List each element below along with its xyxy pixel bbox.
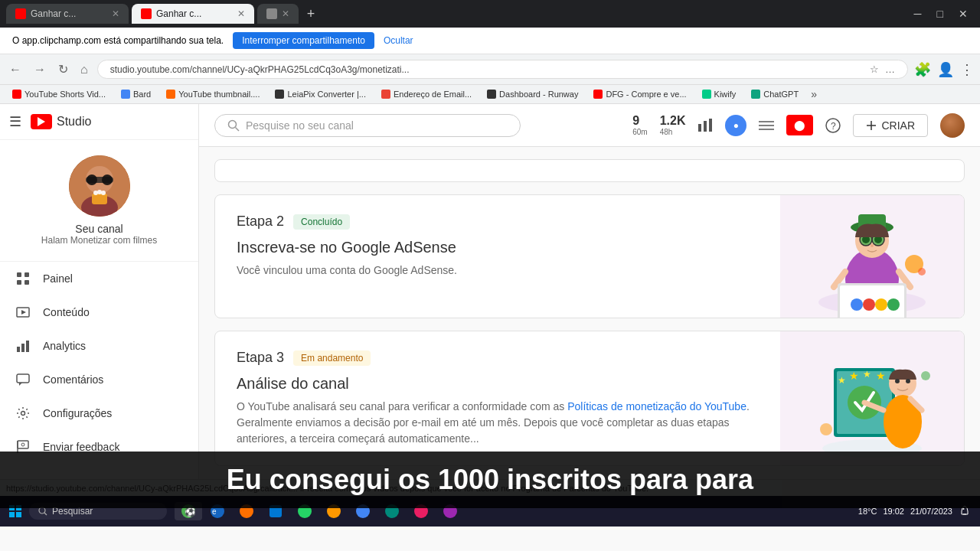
create-button[interactable]: CRIAR bbox=[853, 114, 928, 137]
bookmark-icon bbox=[166, 90, 175, 99]
svg-point-56 bbox=[875, 298, 887, 311]
home-button[interactable]: ⌂ bbox=[77, 60, 91, 80]
svg-point-75 bbox=[820, 423, 832, 435]
stat2-number: 1.2K bbox=[660, 114, 686, 128]
svg-text:★: ★ bbox=[863, 369, 871, 380]
chart-icon bbox=[697, 118, 713, 133]
extensions-icon[interactable]: 🧩 bbox=[914, 61, 931, 78]
svg-text:e: e bbox=[212, 507, 217, 516]
svg-point-21 bbox=[21, 412, 25, 416]
card3-step: Etapa 3 bbox=[237, 350, 284, 366]
bookmark-item[interactable]: Dashboard - Runway bbox=[481, 88, 584, 100]
tab-close-2[interactable]: ✕ bbox=[237, 8, 245, 19]
comment-icon bbox=[15, 372, 31, 387]
card2-step: Etapa 2 bbox=[237, 214, 284, 230]
toolbar-right: 🧩 👤 ⋮ bbox=[914, 61, 974, 78]
svg-point-96 bbox=[963, 508, 965, 510]
bookmarks-more[interactable]: » bbox=[811, 88, 817, 100]
cards-container: Etapa 2 Concluído Inscreva-se no Google … bbox=[199, 182, 980, 479]
record-button[interactable]: ⬤ bbox=[786, 115, 813, 135]
youtube-logo-icon bbox=[31, 114, 52, 129]
create-label: CRIAR bbox=[881, 119, 915, 132]
sidebar-item-configuracoes[interactable]: Configurações bbox=[0, 396, 198, 430]
play-square-icon bbox=[15, 305, 31, 320]
studio-search-bar[interactable]: Pesquise no seu canal bbox=[214, 114, 521, 137]
sidebar-item-analytics[interactable]: Analytics bbox=[0, 329, 198, 363]
svg-point-57 bbox=[887, 298, 900, 311]
search-placeholder: Pesquise no seu canal bbox=[246, 119, 354, 132]
topbar-right: 9 60m 1.2K 48h ● bbox=[632, 113, 965, 138]
user-avatar[interactable] bbox=[940, 113, 965, 138]
bookmark-icon bbox=[751, 90, 760, 99]
browser-tab-2[interactable]: Ganhar c... ✕ bbox=[132, 4, 254, 24]
tab-favicon-2 bbox=[141, 8, 152, 19]
menu-icon[interactable]: ⋮ bbox=[960, 61, 974, 78]
tab-favicon-3 bbox=[266, 8, 277, 19]
svg-rect-22 bbox=[18, 441, 28, 448]
svg-rect-17 bbox=[21, 344, 24, 352]
main-content: Pesquise no seu canal 9 60m 1.2K 48h bbox=[199, 104, 980, 479]
hamburger-menu[interactable]: ☰ bbox=[9, 113, 21, 130]
stat-box-2: 1.2K 48h bbox=[660, 114, 686, 136]
forward-button[interactable]: → bbox=[31, 60, 49, 80]
sidebar-item-comentarios[interactable]: Comentários bbox=[0, 363, 198, 396]
bookmark-item[interactable]: Kiwify bbox=[696, 88, 743, 100]
stop-sharing-button[interactable]: Interromper compartilhamento bbox=[233, 32, 374, 49]
card3-link[interactable]: Políticas de monetização do YouTube bbox=[567, 400, 746, 412]
help-icon[interactable]: ? bbox=[825, 118, 841, 133]
grid-icon bbox=[15, 271, 31, 286]
svg-rect-80 bbox=[16, 512, 21, 517]
sidebar-header: ☰ Studio bbox=[0, 104, 198, 140]
reload-button[interactable]: ↻ bbox=[55, 59, 71, 80]
svg-rect-28 bbox=[704, 121, 707, 132]
bookmark-item[interactable]: Bard bbox=[115, 88, 157, 100]
card3-header: Etapa 3 Em andamento bbox=[237, 350, 759, 366]
stat-box-1: 9 60m bbox=[632, 114, 647, 136]
bookmark-item[interactable]: DFG - Compre e ve... bbox=[587, 88, 692, 100]
card2-content: Etapa 2 Concluído Inscreva-se no Google … bbox=[215, 195, 780, 318]
url-icons: ☆… bbox=[870, 64, 895, 75]
bookmark-icon bbox=[487, 90, 496, 99]
svg-rect-13 bbox=[24, 280, 29, 285]
bookmark-icon bbox=[702, 90, 711, 99]
hide-sharing-button[interactable]: Ocultar bbox=[384, 35, 413, 46]
tab-close-1[interactable]: ✕ bbox=[112, 8, 119, 19]
caption-bar: Eu consegui os 1000 inscritos para para bbox=[0, 452, 980, 508]
minimize-button[interactable]: ─ bbox=[908, 6, 928, 21]
nav-label-configuracoes: Configurações bbox=[43, 407, 112, 419]
bookmark-item[interactable]: ChatGPT bbox=[745, 88, 805, 100]
bookmark-item[interactable]: YouTube thumbnail.... bbox=[160, 88, 266, 100]
browser-tab-1[interactable]: Ganhar c... ✕ bbox=[6, 4, 129, 24]
svg-rect-11 bbox=[24, 272, 29, 277]
tab-close-3[interactable]: ✕ bbox=[282, 8, 289, 19]
card-step2: Etapa 2 Concluído Inscreva-se no Google … bbox=[214, 194, 965, 318]
svg-text:?: ? bbox=[831, 121, 836, 132]
back-button[interactable]: ← bbox=[6, 60, 24, 80]
stat1-number: 9 bbox=[632, 114, 647, 128]
svg-point-9 bbox=[101, 191, 106, 195]
browser-tab-3[interactable]: ✕ bbox=[257, 4, 299, 24]
maximize-button[interactable]: □ bbox=[931, 6, 949, 21]
svg-text:★: ★ bbox=[838, 375, 846, 386]
card2-badge: Concluído bbox=[293, 214, 350, 230]
bookmark-item[interactable]: LeiaPix Converter |... bbox=[269, 88, 372, 100]
sidebar-item-painel[interactable]: Painel bbox=[0, 262, 198, 295]
card2-header: Etapa 2 Concluído bbox=[237, 214, 759, 230]
url-bar[interactable]: studio.youtube.com/channel/UCy-aQkrPHAG2… bbox=[97, 60, 908, 79]
menu-lines-icon[interactable] bbox=[759, 120, 774, 131]
svg-point-81 bbox=[39, 507, 45, 514]
svg-point-49 bbox=[871, 244, 874, 247]
card3-title: Análise do canal bbox=[237, 375, 759, 393]
card-step3: Etapa 3 Em andamento Análise do canal O … bbox=[214, 331, 965, 466]
sidebar-item-conteudo[interactable]: Conteúdo bbox=[0, 295, 198, 329]
close-window-button[interactable]: ✕ bbox=[952, 6, 974, 21]
profile-icon[interactable]: ● bbox=[725, 115, 746, 136]
new-tab-button[interactable]: + bbox=[302, 5, 320, 23]
bookmark-item[interactable]: YouTube Shorts Vid... bbox=[6, 88, 112, 100]
bookmark-item[interactable]: Endereço de Email... bbox=[375, 88, 478, 100]
svg-marker-15 bbox=[21, 310, 26, 315]
profile-icon[interactable]: 👤 bbox=[937, 61, 954, 78]
url-text: studio.youtube.com/channel/UCy-aQkrPHAG2… bbox=[110, 64, 870, 75]
svg-point-3 bbox=[87, 174, 97, 185]
channel-name: Seu canal bbox=[12, 223, 186, 235]
